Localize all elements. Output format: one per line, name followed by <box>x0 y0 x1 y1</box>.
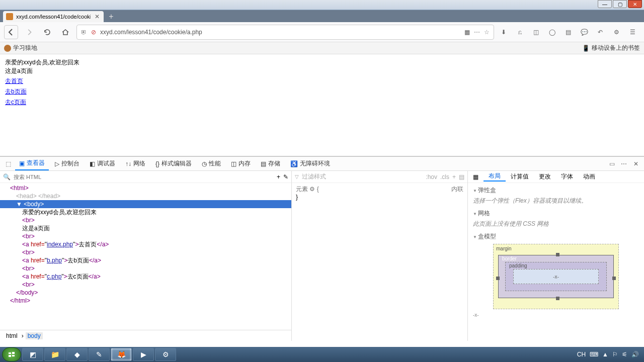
extensions-button[interactable]: ▤ <box>562 29 574 36</box>
windows-taskbar: ◩ 📁 ◆ ✎ 🦊 ▶ ⚙ CH ⌨ ▲ ⚐ ⚟ 🔊 <box>0 347 644 362</box>
forward-button[interactable] <box>22 25 36 39</box>
tray-icon[interactable]: ▲ <box>602 351 608 358</box>
link-home[interactable]: 去首页 <box>5 77 23 84</box>
copy-styles-button[interactable]: ▤ <box>459 173 464 180</box>
page-content: 亲爱的xxyd会员,欢迎您回来 这是a页面 去首页 去b页面 去c页面 <box>0 54 644 156</box>
browser-tab[interactable]: xxyd.com/lesson41/code/cookie ✕ <box>3 11 104 22</box>
volume-icon[interactable]: 🔊 <box>631 351 639 358</box>
layout-tab-layout[interactable]: 布局 <box>484 172 506 182</box>
new-rule-button[interactable]: + <box>452 173 456 180</box>
devtools-close-button[interactable]: ✕ <box>631 160 641 167</box>
tab-inspector[interactable]: ▣查看器 <box>15 157 49 170</box>
dom-panel: 🔍 + ✎ <html> <head> </head> ▼ <body> 亲爱的… <box>0 171 292 341</box>
keyboard-icon[interactable]: ⌨ <box>590 351 598 358</box>
sidebar-button[interactable]: ◫ <box>530 29 541 36</box>
taskbar-app[interactable]: ✎ <box>89 348 110 361</box>
crumb-body[interactable]: body <box>26 332 43 339</box>
ime-indicator[interactable]: CH <box>577 351 586 358</box>
window-minimize-button[interactable]: — <box>598 0 612 8</box>
tab-accessibility[interactable]: ♿无障碍环境 <box>286 157 334 170</box>
tab-title: xxyd.com/lesson41/code/cookie <box>16 14 91 20</box>
taskbar-app[interactable]: ◆ <box>66 348 88 361</box>
gear-icon: ⚙ <box>309 186 315 193</box>
tab-performance[interactable]: ◷性能 <box>198 157 225 170</box>
new-tab-button[interactable]: + <box>106 11 117 22</box>
tab-console[interactable]: ▷控制台 <box>51 157 84 170</box>
box-model-diagram[interactable]: -x- margin border padding <box>493 244 619 309</box>
layout-body: 弹性盒选择一个弹性（Flex）容器或项目以继续。 网格此页面上没有使用 CSS … <box>468 183 644 341</box>
tab-memory[interactable]: ◫内存 <box>227 157 255 170</box>
browser-tabstrip: xxyd.com/lesson41/code/cookie ✕ + <box>0 10 644 22</box>
taskbar-app[interactable]: ◩ <box>22 348 43 361</box>
network-icon[interactable]: ⚟ <box>622 351 627 358</box>
chevron-right-icon: › <box>22 332 24 339</box>
account-button[interactable]: ◯ <box>546 29 557 36</box>
bookmarks-bar: 学习猿地 📱 移动设备上的书签 <box>0 42 644 54</box>
tab-favicon-icon <box>6 13 13 20</box>
layout-tab-computed[interactable]: 计算值 <box>506 172 534 181</box>
puzzle-icon[interactable]: ⚙ <box>611 29 622 36</box>
start-button[interactable] <box>2 347 21 361</box>
reload-button[interactable] <box>40 25 54 39</box>
layout-tab-changes[interactable]: 更改 <box>534 172 556 181</box>
flag-icon[interactable]: ⚐ <box>612 351 618 358</box>
tab-storage[interactable]: ▤存储 <box>257 157 284 170</box>
address-bar[interactable]: ⛨ ⊘ xxyd.com/lesson41/code/cookie/a.php … <box>76 25 494 40</box>
link-b[interactable]: 去b页面 <box>5 88 27 95</box>
edit-html-button[interactable]: ✎ <box>283 173 288 180</box>
layout-tabbar: ▦ 布局 计算值 更改 字体 动画 <box>468 171 644 183</box>
grid-header[interactable]: 网格 <box>473 209 639 218</box>
taskbar-app[interactable]: ▶ <box>133 348 154 361</box>
tab-styleeditor[interactable]: {}样式编辑器 <box>151 157 196 170</box>
link-c[interactable]: 去c页面 <box>5 99 26 106</box>
tab-close-button[interactable]: ✕ <box>94 13 101 20</box>
dom-search-input[interactable] <box>14 174 274 180</box>
chat-icon[interactable]: 💬 <box>579 29 590 36</box>
crumb-html[interactable]: html <box>4 332 20 339</box>
menu-button[interactable]: ☰ <box>627 29 638 36</box>
responsive-button[interactable]: ▭ <box>607 160 617 167</box>
qr-icon[interactable]: ▦ <box>464 29 470 36</box>
selected-node[interactable]: ▼ <body> <box>0 200 291 208</box>
pick-element-button[interactable]: ⬚ <box>3 160 13 167</box>
mobile-bookmarks-button[interactable]: 📱 移动设备上的书签 <box>582 44 640 52</box>
window-close-button[interactable]: ✕ <box>628 0 642 8</box>
window-maximize-button[interactable]: ▢ <box>613 0 627 8</box>
add-node-button[interactable]: + <box>277 173 280 180</box>
breadcrumbs[interactable]: html › body <box>0 330 291 341</box>
library-button[interactable]: ⎌ <box>514 29 525 36</box>
devtools-menu-button[interactable]: ⋯ <box>619 160 629 167</box>
downloads-button[interactable]: ⬇ <box>498 29 509 36</box>
cls-button[interactable]: .cls <box>440 173 449 180</box>
flex-header[interactable]: 弹性盒 <box>473 186 639 195</box>
shield-icon: ⛨ <box>81 29 87 36</box>
system-tray[interactable]: CH ⌨ ▲ ⚐ ⚟ 🔊 <box>577 351 642 358</box>
mobile-bookmarks-label: 移动设备上的书签 <box>592 44 640 52</box>
insecure-icon: ⊘ <box>91 29 96 36</box>
taskbar-firefox[interactable]: 🦊 <box>111 348 132 361</box>
toolbar-right: ⬇ ⎌ ◫ ◯ ▤ 💬 ↶ ⚙ ☰ <box>498 29 640 36</box>
tab-network[interactable]: ↑↓网络 <box>121 157 149 170</box>
undo-icon[interactable]: ↶ <box>595 29 606 36</box>
home-button[interactable] <box>58 25 72 39</box>
back-button[interactable] <box>4 25 18 39</box>
layout-tab-anim[interactable]: 动画 <box>578 172 600 181</box>
tab-debugger[interactable]: ◧调试器 <box>86 157 119 170</box>
hov-button[interactable]: :hov <box>426 173 437 180</box>
layout-tab-grid-icon[interactable]: ▦ <box>468 173 484 180</box>
search-icon: 🔍 <box>3 173 11 180</box>
page-actions-button[interactable]: ⋯ <box>474 29 480 36</box>
boxmodel-header[interactable]: 盒模型 <box>473 232 639 241</box>
bookmark-star-button[interactable]: ☆ <box>484 29 490 36</box>
bookmark-item[interactable]: 学习猿地 <box>4 44 37 52</box>
styles-filter-input[interactable]: 过滤样式 <box>302 172 423 181</box>
layout-tab-fonts[interactable]: 字体 <box>556 172 578 181</box>
devtools-body: 🔍 + ✎ <html> <head> </head> ▼ <body> 亲爱的… <box>0 171 644 341</box>
dom-tree[interactable]: <html> <head> </head> ▼ <body> 亲爱的xxyd会员… <box>0 183 291 330</box>
styles-rules[interactable]: 元素 ⚙ {内联 } <box>292 183 467 341</box>
box-model-dims: -x- <box>473 312 639 318</box>
taskbar-explorer[interactable]: 📁 <box>44 348 65 361</box>
taskbar-app[interactable]: ⚙ <box>155 348 176 361</box>
devtools: ⬚ ▣查看器 ▷控制台 ◧调试器 ↑↓网络 {}样式编辑器 ◷性能 ◫内存 ▤存… <box>0 156 644 341</box>
funnel-icon: ▽ <box>295 174 299 179</box>
